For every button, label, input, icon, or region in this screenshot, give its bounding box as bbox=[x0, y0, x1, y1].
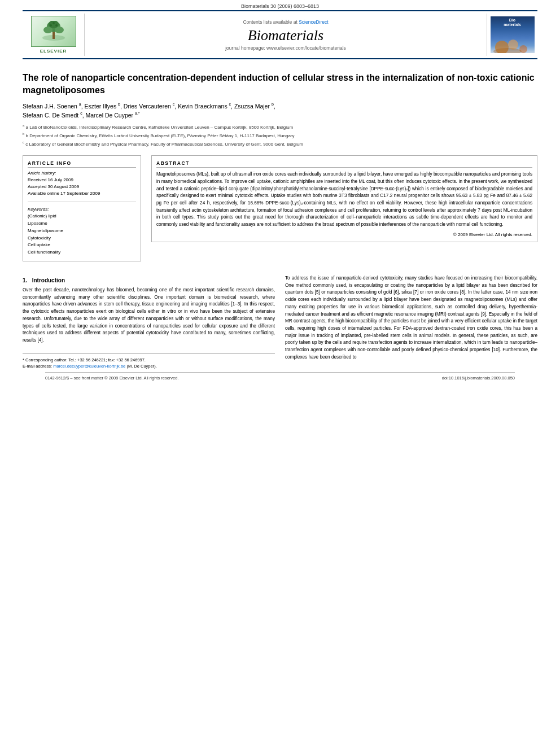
body-content: 1. Introduction Over the past decade, na… bbox=[23, 275, 537, 369]
abstract-title: Abstract bbox=[156, 160, 532, 168]
article-title: The role of nanoparticle concentration-d… bbox=[23, 72, 537, 97]
affil-c: c c Laboratory of General Biochemistry a… bbox=[23, 140, 537, 148]
elsevier-tree-logo bbox=[31, 16, 76, 47]
page-wrapper: Biomaterials 30 (2009) 6803–6813 bbox=[0, 0, 560, 386]
journal-center-info: Contents lists available at ScienceDirec… bbox=[85, 14, 487, 56]
citation-bar: Biomaterials 30 (2009) 6803–6813 bbox=[0, 0, 560, 10]
svg-rect-1 bbox=[53, 31, 55, 39]
affiliations: a a Lab of BioNanoColloids, Interdiscipl… bbox=[23, 123, 537, 147]
intro-section-header: 1. Introduction bbox=[23, 277, 275, 283]
intro-right-para1: To address the issue of nanoparticle-der… bbox=[285, 275, 537, 361]
received-date: Received 16 July 2009 bbox=[28, 177, 136, 184]
tree-icon bbox=[40, 21, 68, 42]
main-content: The role of nanoparticle concentration-d… bbox=[0, 59, 560, 386]
footer-doi: doi:10.1016/j.biomaterials.2009.08.050 bbox=[442, 375, 515, 381]
email-footnote: E-mail address: marcel.decuyper@kuleuven… bbox=[23, 363, 275, 369]
svg-point-6 bbox=[50, 24, 52, 27]
homepage-line: journal homepage: www.elsevier.com/locat… bbox=[225, 45, 346, 51]
left-info-col: Article Info Article history: Received 1… bbox=[23, 155, 141, 267]
history-label: Article history: bbox=[28, 171, 136, 176]
journal-header: ELSEVIER Contents lists available at Sci… bbox=[23, 10, 537, 59]
journal-title: Biomaterials bbox=[248, 27, 323, 44]
cover-decoration bbox=[491, 28, 535, 53]
svg-point-8 bbox=[53, 22, 55, 24]
body-left-col: 1. Introduction Over the past decade, na… bbox=[23, 275, 275, 369]
accepted-date: Accepted 30 August 2009 bbox=[28, 184, 136, 190]
article-info-title: Article Info bbox=[28, 160, 136, 168]
footnote-section: * Corresponding author. Tel.: +32 56 246… bbox=[23, 353, 275, 370]
abstract-copyright: © 2009 Elsevier Ltd. All rights reserved… bbox=[156, 232, 532, 237]
page-footer: 0142-9612/$ – see front matter © 2009 El… bbox=[45, 373, 515, 381]
footer-issn: 0142-9612/$ – see front matter © 2009 El… bbox=[45, 375, 179, 381]
keywords-section: Keywords: (Cationic) lipid Liposome Magn… bbox=[28, 207, 136, 256]
info-abstract-section: Article Info Article history: Received 1… bbox=[23, 155, 537, 267]
biomaterials-cover-image: Biomaterials bbox=[491, 16, 535, 53]
body-two-col: 1. Introduction Over the past decade, na… bbox=[23, 275, 537, 369]
citation-text: Biomaterials 30 (2009) 6803–6813 bbox=[241, 3, 319, 9]
email-address[interactable]: marcel.decuyper@kuleuven-kortrijk.be bbox=[53, 364, 125, 369]
svg-point-7 bbox=[55, 24, 58, 27]
elsevier-logo-area: ELSEVIER bbox=[23, 14, 85, 56]
contents-label: Contents lists available at ScienceDirec… bbox=[243, 19, 328, 25]
affil-a: a a Lab of BioNanoColloids, Interdiscipl… bbox=[23, 123, 537, 131]
corresponding-author-note: * Corresponding author. Tel.: +32 56 246… bbox=[23, 357, 275, 363]
available-online-date: Available online 17 September 2009 bbox=[28, 190, 136, 197]
elsevier-wordmark: ELSEVIER bbox=[40, 49, 67, 54]
article-info-box: Article Info Article history: Received 1… bbox=[23, 155, 141, 261]
info-divider bbox=[28, 202, 136, 202]
biomaterials-logo-area: Biomaterials bbox=[487, 14, 537, 56]
keywords-label: Keywords: bbox=[28, 207, 136, 212]
authors-line: Stefaan J.H. Soenen a, Eszter Illyes b, … bbox=[23, 102, 537, 120]
body-right-col: To address the issue of nanoparticle-der… bbox=[285, 275, 537, 369]
keywords-list: (Cationic) lipid Liposome Magnetoliposom… bbox=[28, 213, 136, 256]
article-history: Received 16 July 2009 Accepted 30 August… bbox=[28, 177, 136, 197]
intro-left-para1: Over the past decade, nanotechnology has… bbox=[23, 287, 275, 344]
affil-b: b b Department of Organic Chemistry, Eöt… bbox=[23, 132, 537, 139]
right-abstract-col: Abstract Magnetoliposomes (MLs), built u… bbox=[151, 155, 537, 267]
abstract-box: Abstract Magnetoliposomes (MLs), built u… bbox=[151, 155, 537, 242]
abstract-text: Magnetoliposomes (MLs), built up of ultr… bbox=[156, 171, 532, 229]
sciencedirect-link[interactable]: ScienceDirect bbox=[299, 19, 328, 25]
